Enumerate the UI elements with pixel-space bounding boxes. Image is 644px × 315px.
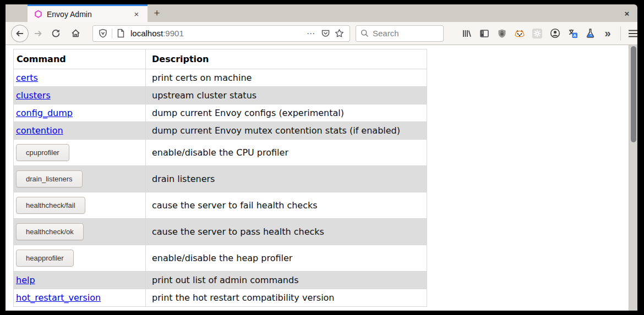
tab-bar: Envoy Admin × + × — [6, 4, 637, 22]
pocket-icon — [321, 29, 330, 38]
browser-viewport: Command Description certsprint certs on … — [6, 45, 637, 311]
tabbar-empty-space — [166, 4, 619, 22]
url-bar[interactable]: localhost:9901 ⋯ — [92, 25, 350, 42]
envoy-favicon-icon — [34, 10, 42, 18]
command-cell: healthcheck/fail — [14, 192, 146, 219]
command-cell: certs — [14, 69, 146, 87]
search-icon — [361, 29, 369, 37]
hamburger-menu-icon — [628, 30, 637, 37]
table-row: cpuprofilerenable/disable the CPU profil… — [14, 140, 427, 166]
table-row: healthcheck/failcause the server to fail… — [14, 192, 427, 219]
command-button[interactable]: heapprofiler — [16, 250, 74, 267]
navigation-toolbar: localhost:9901 ⋯ — [6, 22, 637, 45]
shield-lock-button[interactable] — [494, 26, 510, 41]
description-cell: print out list of admin commands — [146, 272, 427, 289]
pocket-button[interactable] — [319, 29, 332, 38]
privacy-badger-button[interactable] — [512, 26, 527, 41]
command-link[interactable]: clusters — [16, 90, 51, 101]
tab-close-icon[interactable]: × — [131, 9, 142, 20]
search-input[interactable] — [373, 29, 439, 38]
tab-title: Envoy Admin — [47, 10, 131, 19]
tabbar-spacer — [6, 4, 28, 22]
table-row: hot_restart_versionprint the hot restart… — [14, 289, 427, 307]
table-row: clustersupstream cluster status — [14, 87, 427, 104]
forward-button[interactable] — [30, 25, 46, 42]
page-actions-dots-icon[interactable]: ⋯ — [303, 29, 319, 38]
description-cell: enable/disable the heap profiler — [146, 245, 427, 272]
extension-icon-group: A » — [458, 26, 616, 41]
table-row: drain_listenersdrain listeners — [14, 166, 427, 192]
command-button[interactable]: cpuprofiler — [16, 144, 69, 161]
reload-button[interactable] — [47, 25, 64, 42]
admin-commands-table: Command Description certsprint certs on … — [13, 49, 427, 307]
description-column-header: Description — [146, 49, 427, 69]
description-cell: dump current Envoy configs (experimental… — [146, 104, 427, 122]
command-cell: drain_listeners — [14, 166, 146, 192]
command-cell: heapprofiler — [14, 245, 146, 272]
snowflake-addon-button[interactable] — [530, 26, 545, 41]
page-scrollbar[interactable] — [629, 45, 637, 311]
privacy-badger-icon — [514, 29, 525, 38]
command-link[interactable]: contention — [16, 125, 63, 136]
table-row: config_dumpdump current Envoy configs (e… — [14, 104, 427, 122]
table-row: certsprint certs on machine — [14, 69, 427, 87]
tracking-protection-button[interactable] — [96, 29, 110, 38]
sidebar-icon — [479, 29, 489, 38]
command-link[interactable]: config_dump — [16, 108, 73, 118]
translate-button[interactable]: A — [565, 26, 580, 41]
flask-button[interactable] — [582, 26, 598, 41]
description-cell: cause the server to pass health checks — [146, 219, 427, 245]
back-button[interactable] — [11, 25, 29, 42]
window-close-button[interactable]: × — [619, 4, 635, 22]
tab-envoy-admin[interactable]: Envoy Admin × — [28, 4, 148, 22]
search-bar[interactable] — [356, 25, 444, 42]
home-icon — [71, 29, 80, 38]
hamburger-menu-button[interactable] — [625, 25, 637, 42]
command-cell: config_dump — [14, 104, 146, 122]
command-cell: contention — [14, 122, 146, 140]
description-cell: print certs on machine — [146, 69, 427, 87]
url-text[interactable]: localhost:9901 — [130, 29, 303, 38]
page-info-button[interactable] — [114, 29, 127, 38]
table-row: contentiondump current Envoy mutex conte… — [14, 122, 427, 140]
snowflake-addon-icon — [532, 28, 543, 39]
description-cell: upstream cluster status — [146, 87, 427, 104]
urlbar-separator — [112, 29, 112, 38]
command-cell: help — [14, 272, 146, 289]
back-icon — [15, 29, 24, 38]
description-cell: enable/disable the CPU profiler — [146, 140, 427, 166]
description-cell: drain listeners — [146, 166, 427, 192]
command-cell: cpuprofiler — [14, 140, 146, 166]
library-button[interactable] — [459, 26, 474, 41]
overflow-chevron-button[interactable]: » — [600, 26, 615, 41]
flask-icon — [585, 28, 596, 38]
url-port: :9901 — [163, 29, 184, 38]
scrollbar-thumb[interactable] — [631, 46, 636, 142]
table-row: heapprofilerenable/disable the heap prof… — [14, 245, 427, 272]
screenshot-frame: Envoy Admin × + × — [0, 0, 644, 315]
command-link[interactable]: hot_restart_version — [16, 292, 101, 303]
description-cell: cause the server to fail health checks — [146, 192, 427, 219]
home-button[interactable] — [67, 25, 84, 42]
bookmark-star-icon — [335, 29, 344, 38]
command-cell: clusters — [14, 87, 146, 104]
command-link[interactable]: certs — [16, 73, 38, 83]
new-tab-button[interactable]: + — [148, 4, 166, 22]
table-row: healthcheck/okcause the server to pass h… — [14, 219, 427, 245]
translate-icon: A — [567, 28, 578, 38]
bookmark-star-button[interactable] — [332, 29, 346, 38]
toolbar-separator — [620, 26, 621, 41]
tracking-shield-icon — [99, 29, 107, 38]
command-button[interactable]: healthcheck/ok — [16, 223, 84, 240]
command-link[interactable]: help — [16, 275, 35, 285]
forward-icon — [34, 29, 42, 38]
browser-window: Envoy Admin × + × — [6, 4, 637, 311]
command-button[interactable]: healthcheck/fail — [16, 197, 85, 214]
account-person-button[interactable] — [547, 26, 563, 41]
table-header-row: Command Description — [14, 49, 427, 69]
table-row: helpprint out list of admin commands — [14, 272, 427, 289]
svg-text:A: A — [573, 33, 576, 38]
command-button[interactable]: drain_listeners — [16, 170, 83, 187]
envoy-admin-page: Command Description certsprint certs on … — [6, 45, 629, 311]
sidebar-button[interactable] — [477, 26, 492, 41]
